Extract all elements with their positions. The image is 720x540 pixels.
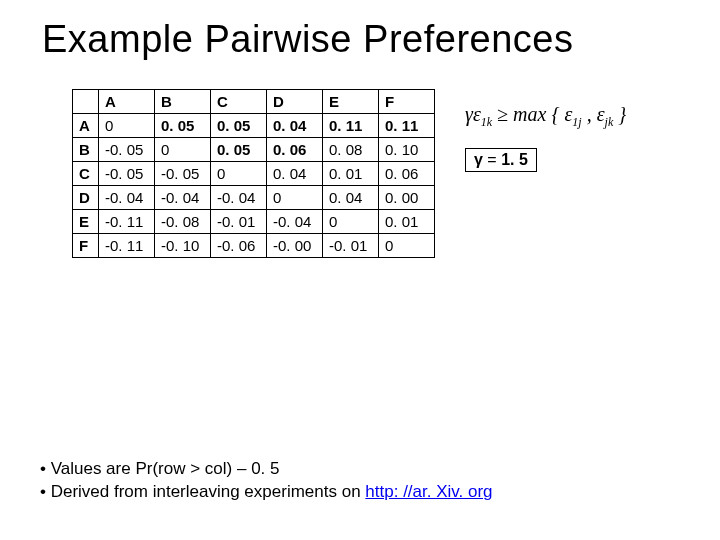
col-header: E [323, 90, 379, 114]
formula-eps: ε [473, 103, 481, 125]
formula: γε1k ≥ max { ε1j , εjk } [465, 103, 626, 130]
table-row: E-0. 11-0. 08-0. 01-0. 0400. 01 [73, 210, 435, 234]
table-cell: 0. 05 [211, 138, 267, 162]
table-cell: -0. 10 [155, 234, 211, 258]
col-header: D [267, 90, 323, 114]
table-corner [73, 90, 99, 114]
table-cell: 0. 04 [267, 162, 323, 186]
row-header: E [73, 210, 99, 234]
footnote-line: • Values are Pr(row > col) – 0. 5 [40, 458, 493, 481]
table-cell: -0. 06 [211, 234, 267, 258]
page-title: Example Pairwise Preferences [0, 0, 720, 61]
formula-brace-l: { [551, 103, 559, 125]
table-cell: -0. 04 [267, 210, 323, 234]
col-header: F [379, 90, 435, 114]
table-cell: 0 [323, 210, 379, 234]
formula-max: max [513, 103, 546, 125]
table-row: C-0. 05-0. 0500. 040. 010. 06 [73, 162, 435, 186]
formula-comma: , [587, 103, 592, 125]
formula-sub: 1j [572, 115, 581, 129]
table-cell: 0 [379, 234, 435, 258]
table-cell: -0. 04 [99, 186, 155, 210]
table-cell: 0. 10 [379, 138, 435, 162]
col-header: A [99, 90, 155, 114]
table-row: D-0. 04-0. 04-0. 0400. 040. 00 [73, 186, 435, 210]
row-header: D [73, 186, 99, 210]
table-cell: 0. 06 [379, 162, 435, 186]
col-header: B [155, 90, 211, 114]
row-header: B [73, 138, 99, 162]
table-row: B-0. 0500. 050. 060. 080. 10 [73, 138, 435, 162]
table-cell: -0. 04 [211, 186, 267, 210]
table-cell: -0. 05 [99, 162, 155, 186]
table-row: F-0. 11-0. 10-0. 06-0. 00-0. 010 [73, 234, 435, 258]
table-cell: 0 [99, 114, 155, 138]
formula-geq: ≥ [497, 103, 508, 125]
gamma-box: γ = 1. 5 [465, 148, 537, 172]
gamma-eq: = [483, 151, 501, 168]
table-cell: 0. 05 [155, 114, 211, 138]
table-cell: 0. 11 [323, 114, 379, 138]
footnote-text: • Derived from interleaving experiments … [40, 482, 365, 501]
table-cell: 0. 01 [323, 162, 379, 186]
row-header: C [73, 162, 99, 186]
footnote-link[interactable]: http: //ar. Xiv. org [365, 482, 492, 501]
table-cell: -0. 00 [267, 234, 323, 258]
table-cell: 0 [211, 162, 267, 186]
table-cell: -0. 05 [99, 138, 155, 162]
formula-sub: jk [605, 115, 614, 129]
preference-table: A B C D E F A00. 050. 050. 040. 110. 11B… [72, 89, 435, 258]
table-cell: -0. 01 [323, 234, 379, 258]
table-cell: 0. 04 [267, 114, 323, 138]
table-cell: 0. 06 [267, 138, 323, 162]
table-cell: -0. 08 [155, 210, 211, 234]
table-cell: 0 [267, 186, 323, 210]
table-cell: 0 [155, 138, 211, 162]
formula-gamma: γ [465, 103, 473, 125]
table-cell: 0. 05 [211, 114, 267, 138]
table-cell: 0. 01 [379, 210, 435, 234]
table-cell: -0. 11 [99, 210, 155, 234]
table-cell: 0. 11 [379, 114, 435, 138]
table-cell: -0. 01 [211, 210, 267, 234]
table-cell: -0. 04 [155, 186, 211, 210]
table-cell: -0. 11 [99, 234, 155, 258]
footnote-text: • Values are Pr(row > col) – 0. 5 [40, 459, 280, 478]
table-cell: 0. 08 [323, 138, 379, 162]
formula-sub: 1k [481, 115, 492, 129]
row-header: A [73, 114, 99, 138]
footnote-line: • Derived from interleaving experiments … [40, 481, 493, 504]
footnotes: • Values are Pr(row > col) – 0. 5 • Deri… [40, 458, 493, 504]
slide: Example Pairwise Preferences A B C D E F… [0, 0, 720, 540]
content-row: A B C D E F A00. 050. 050. 040. 110. 11B… [0, 61, 720, 258]
table-cell: 0. 00 [379, 186, 435, 210]
col-header: C [211, 90, 267, 114]
table-cell: 0. 04 [323, 186, 379, 210]
table-header-row: A B C D E F [73, 90, 435, 114]
row-header: F [73, 234, 99, 258]
gamma-value: 1. 5 [501, 151, 528, 168]
gamma-symbol: γ [474, 151, 483, 168]
table-row: A00. 050. 050. 040. 110. 11 [73, 114, 435, 138]
table-body: A00. 050. 050. 040. 110. 11B-0. 0500. 05… [73, 114, 435, 258]
formula-eps: ε [597, 103, 605, 125]
side-box: γε1k ≥ max { ε1j , εjk } γ = 1. 5 [465, 89, 626, 172]
table-cell: -0. 05 [155, 162, 211, 186]
formula-brace-r: } [618, 103, 626, 125]
